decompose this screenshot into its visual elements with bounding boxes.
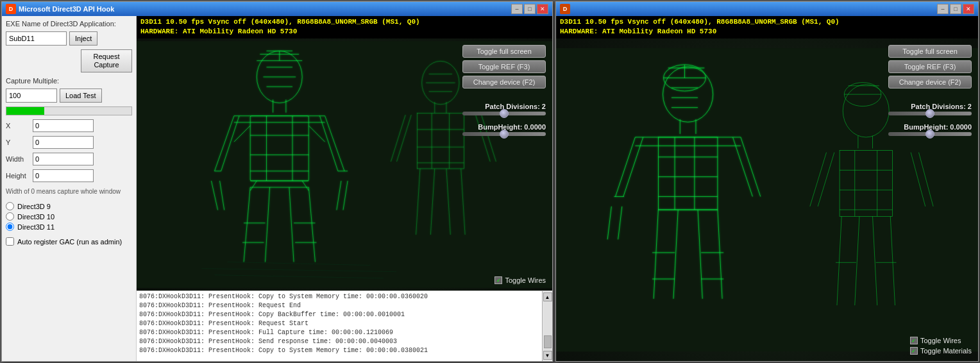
- right-sliders-area: Patch Divisions: 2 BumpHeight: 0.0000: [888, 103, 972, 136]
- right-status-line1: D3D11 10.50 fps Vsync off (640x480), R8G…: [560, 17, 974, 27]
- change-device-button-right[interactable]: Change device (F2): [888, 76, 972, 89]
- left-3d-scene: Toggle full screen Toggle REF (F3) Chang…: [137, 38, 552, 291]
- radio-d3d9-label: Direct3D 9: [17, 203, 51, 210]
- app-icon: D: [6, 4, 16, 14]
- log-line-4: 8076:DXHookD3D11: PresentHook: Full Capt…: [139, 328, 539, 337]
- right-patch-divisions-label: Patch Divisions: 2: [911, 103, 972, 110]
- left-title-bar: D Microsoft Direct3D API Hook – □ ✕: [2, 2, 552, 16]
- height-label: Height: [6, 172, 30, 180]
- maximize-button[interactable]: □: [524, 4, 536, 14]
- right-toggle-wires-label: Toggle Wires: [920, 337, 961, 344]
- right-maximize-button[interactable]: □: [950, 4, 961, 14]
- left-window: D Microsoft Direct3D API Hook – □ ✕ EXE …: [1, 1, 553, 362]
- patch-divisions-thumb[interactable]: [500, 109, 509, 118]
- log-line-3: 8076:DXHookD3D11: PresentHook: Request S…: [139, 319, 539, 328]
- log-panel: 8076:DXHookD3D11: PresentHook: Copy to S…: [137, 291, 552, 361]
- log-line-2: 8076:DXHookD3D11: PresentHook: Copy Back…: [139, 310, 539, 319]
- right-minimize-button[interactable]: –: [937, 4, 949, 14]
- toggle-ref-button-left[interactable]: Toggle REF (F3): [462, 60, 546, 73]
- log-line-0: 8076:DXHookD3D11: PresentHook: Copy to S…: [139, 292, 539, 301]
- hint-text: Width of 0 means capture whole window: [6, 187, 132, 196]
- right-3d-scene: Toggle full screen Toggle REF (F3) Chang…: [556, 38, 978, 361]
- exe-label: EXE Name of Direct3D Application:: [6, 20, 132, 28]
- right-status-line2: HARDWARE: ATI Mobility Radeon HD 5730: [560, 27, 974, 37]
- scroll-track: [543, 301, 552, 351]
- x-input[interactable]: [33, 119, 94, 132]
- right-toggle-materials-check[interactable]: ✓ Toggle Materials: [910, 347, 972, 355]
- right-bump-height-row: BumpHeight: 0.0000: [888, 123, 972, 136]
- auto-register-checkbox[interactable]: Auto register GAC (run as admin): [6, 237, 132, 246]
- width-label: Width: [6, 155, 30, 163]
- right-overlay-controls: Toggle full screen Toggle REF (F3) Chang…: [888, 45, 972, 89]
- toggle-wires-checkbox-icon[interactable]: ✓: [494, 276, 502, 284]
- y-input[interactable]: [33, 136, 94, 149]
- progress-bar-fill: [6, 107, 44, 115]
- change-device-button-left[interactable]: Change device (F2): [462, 76, 546, 89]
- auto-register-label: Auto register GAC (run as admin): [17, 238, 122, 246]
- svg-rect-66: [556, 48, 978, 351]
- width-input[interactable]: [33, 153, 94, 165]
- left-status-line1: D3D11 10.50 fps Vsync off (640x480), R8G…: [140, 17, 548, 27]
- radio-d3d11-label: Direct3D 11: [17, 223, 55, 231]
- toggle-fullscreen-button-right[interactable]: Toggle full screen: [888, 45, 972, 58]
- log-line-6: 8076:DXHookD3D11: PresentHook: Copy to S…: [139, 346, 539, 355]
- radio-d3d9[interactable]: Direct3D 9: [6, 202, 132, 210]
- scroll-thumb[interactable]: [544, 335, 552, 348]
- left-bottom-checkboxes: ✓ Toggle Wires: [494, 276, 546, 284]
- bump-height-label: BumpHeight: 0.0000: [478, 123, 546, 131]
- log-line-5: 8076:DXHookD3D11: PresentHook: Send resp…: [139, 337, 539, 346]
- right-window: D – □ ✕ D3D11 10.50 fps Vsync off (640x4…: [555, 1, 979, 362]
- right-toggle-wires-icon[interactable]: ✓: [910, 337, 918, 344]
- request-capture-button[interactable]: Request Capture: [81, 49, 132, 72]
- bump-height-slider-row: BumpHeight: 0.0000: [462, 123, 546, 136]
- capture-multiple-label: Capture Multiple:: [6, 77, 132, 85]
- left-window-title: Microsoft Direct3D API Hook: [19, 5, 114, 13]
- toggle-wires-label: Toggle Wires: [505, 276, 546, 284]
- log-content-area: 8076:DXHookD3D11: PresentHook: Copy to S…: [137, 291, 542, 361]
- left-sliders-area: Patch Divisions: 2 BumpHeight: 0.0000: [462, 103, 546, 136]
- right-bump-height-label: BumpHeight: 0.0000: [904, 123, 972, 131]
- api-radio-group: Direct3D 9 Direct3D 10 Direct3D 11: [6, 202, 132, 231]
- left-status-bar: D3D11 10.50 fps Vsync off (640x480), R8G…: [137, 16, 552, 38]
- toggle-fullscreen-button-left[interactable]: Toggle full screen: [462, 45, 546, 58]
- minimize-button[interactable]: –: [511, 4, 523, 14]
- radio-d3d11[interactable]: Direct3D 11: [6, 223, 132, 231]
- right-toggle-materials-label: Toggle Materials: [920, 347, 972, 355]
- toggle-wires-check[interactable]: ✓ Toggle Wires: [494, 276, 546, 284]
- bump-height-track[interactable]: [462, 132, 546, 136]
- right-app-icon: D: [560, 4, 570, 14]
- log-scrollbar[interactable]: ▲ ▼: [542, 291, 552, 361]
- y-label: Y: [6, 139, 30, 146]
- right-toggle-materials-icon[interactable]: ✓: [910, 347, 918, 355]
- left-status-line2: HARDWARE: ATI Mobility Radeon HD 5730: [140, 27, 548, 37]
- load-test-button[interactable]: Load Test: [60, 89, 102, 103]
- patch-divisions-slider-row: Patch Divisions: 2: [462, 103, 546, 115]
- right-bump-height-thumb[interactable]: [925, 130, 934, 139]
- capture-multiple-input[interactable]: [6, 89, 57, 103]
- right-toggle-wires-check[interactable]: ✓ Toggle Wires: [910, 337, 972, 344]
- bump-height-thumb[interactable]: [500, 130, 509, 139]
- right-patch-divisions-thumb[interactable]: [925, 109, 934, 118]
- right-bottom-checkboxes: ✓ Toggle Wires ✓ Toggle Materials: [910, 337, 972, 355]
- right-bump-height-track[interactable]: [888, 132, 972, 136]
- right-patch-divisions-track[interactable]: [888, 112, 972, 115]
- patch-divisions-track[interactable]: [462, 112, 546, 115]
- toggle-ref-button-right[interactable]: Toggle REF (F3): [888, 60, 972, 73]
- scroll-down-arrow[interactable]: ▼: [543, 351, 552, 360]
- right-close-button[interactable]: ✕: [963, 4, 974, 14]
- inject-button[interactable]: Inject: [69, 31, 97, 46]
- radio-d3d10-label: Direct3D 10: [17, 213, 55, 221]
- scroll-up-arrow[interactable]: ▲: [543, 292, 552, 301]
- control-panel: EXE Name of Direct3D Application: Inject…: [2, 16, 137, 361]
- height-input[interactable]: [33, 169, 94, 182]
- radio-d3d10[interactable]: Direct3D 10: [6, 212, 132, 221]
- right-status-bar: D3D11 10.50 fps Vsync off (640x480), R8G…: [556, 16, 978, 38]
- patch-divisions-label: Patch Divisions: 2: [485, 103, 546, 110]
- x-label: X: [6, 122, 30, 130]
- exe-input[interactable]: [6, 31, 67, 46]
- left-overlay-controls: Toggle full screen Toggle REF (F3) Chang…: [462, 45, 546, 89]
- log-line-1: 8076:DXHookD3D11: PresentHook: Request E…: [139, 301, 539, 310]
- right-patch-divisions-row: Patch Divisions: 2: [888, 103, 972, 115]
- close-button[interactable]: ✕: [537, 4, 548, 14]
- right-title-bar: D – □ ✕: [556, 2, 978, 16]
